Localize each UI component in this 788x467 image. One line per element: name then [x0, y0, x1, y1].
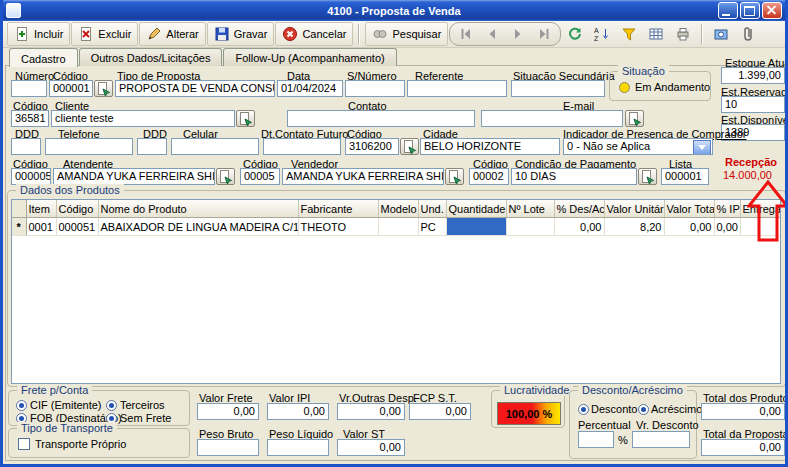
codigo-cidade-field[interactable]: 3106200 [345, 138, 399, 155]
cell-n-lote[interactable] [506, 218, 554, 236]
col-des-acr[interactable]: % Des/Acr. [554, 200, 604, 218]
cidade-field[interactable]: BELO HORIZONTE [420, 138, 560, 155]
cancelar-button[interactable]: Cancelar [275, 22, 353, 46]
col-valor-unitario[interactable]: Valor Unitário [604, 200, 664, 218]
vr-desconto-field[interactable] [632, 431, 690, 448]
col-fabricante[interactable]: Fabricante [298, 200, 378, 218]
cliente-lookup-button[interactable] [236, 110, 255, 127]
col-quantidade[interactable]: Quantidade [446, 200, 506, 218]
situacao-secundaria-field[interactable] [511, 80, 605, 97]
attachment-button[interactable] [735, 22, 761, 46]
numero-field[interactable] [11, 80, 47, 97]
dt-contato-futuro-field[interactable] [263, 138, 341, 155]
col-item[interactable]: Item [26, 200, 56, 218]
chevron-down-icon[interactable] [693, 140, 711, 155]
codigo-proposta-lookup-button[interactable] [94, 80, 113, 97]
vendedor-field[interactable]: AMANDA YUKA FERREIRA SHIBU [282, 168, 444, 185]
pesquisar-button[interactable]: Pesquisar [365, 22, 448, 46]
col-nome-produto[interactable]: Nome do Produto [98, 200, 298, 218]
gravar-button[interactable]: Gravar [207, 22, 275, 46]
transporte-proprio-checkbox[interactable] [18, 438, 30, 450]
codigo-vendedor-field[interactable]: 00005 [240, 168, 280, 185]
atendente-lookup-button[interactable] [216, 168, 235, 185]
cell-fabricante[interactable]: THEOTO [298, 218, 378, 236]
incluir-button[interactable]: Incluir [7, 22, 70, 46]
tab-follow-up[interactable]: Follow-Up (Acompanhamento) [223, 48, 396, 66]
cell-nome-produto[interactable]: ABAIXADOR DE LINGUA MADEIRA C/100 [98, 218, 298, 236]
grid-view-button[interactable] [643, 22, 669, 46]
condicao-pagamento-field[interactable]: 10 DIAS [511, 168, 637, 185]
ddd2-field[interactable] [137, 138, 167, 155]
excluir-button[interactable]: Excluir [71, 22, 138, 46]
condicao-pagamento-lookup-button[interactable] [638, 168, 657, 185]
percentual-field[interactable] [578, 431, 614, 448]
col-codigo[interactable]: Código [56, 200, 98, 218]
email-lookup-button[interactable] [625, 110, 644, 127]
print-button[interactable] [670, 22, 696, 46]
peso-liquido-field[interactable] [267, 439, 329, 456]
refresh-button[interactable] [562, 22, 588, 46]
codigo-cliente-field[interactable]: 36581 [11, 110, 49, 127]
s-numero-field[interactable] [345, 80, 405, 97]
fcp-st-field[interactable]: 0,00 [409, 403, 471, 420]
atendente-field[interactable]: AMANDA YUKA FERREIRA SHI [53, 168, 215, 185]
valor-ipi-field[interactable]: 0,00 [267, 403, 329, 420]
last-record-button[interactable] [531, 22, 557, 46]
contato-field[interactable] [287, 110, 475, 127]
cell-codigo[interactable]: 000051 [56, 218, 98, 236]
close-button[interactable] [762, 2, 782, 19]
radio-acrescimo[interactable] [638, 404, 649, 415]
col-und[interactable]: Und. [418, 200, 446, 218]
cliente-field[interactable]: cliente teste [51, 110, 235, 127]
email-field[interactable] [481, 110, 623, 127]
maximize-button[interactable] [740, 2, 760, 19]
cell-valor-unitario[interactable]: 8,20 [604, 218, 664, 236]
cell-des-acr[interactable]: 0,00 [554, 218, 604, 236]
cell-ipi[interactable]: 0,00 [714, 218, 740, 236]
radio-desconto[interactable] [578, 404, 589, 415]
peso-bruto-field[interactable] [197, 439, 259, 456]
filter-button[interactable] [616, 22, 642, 46]
photo-button[interactable] [708, 22, 734, 46]
radio-cif[interactable] [16, 400, 27, 411]
previous-record-button[interactable] [479, 22, 505, 46]
data-field[interactable]: 01/04/2024 [277, 80, 343, 97]
cell-und[interactable]: PC [418, 218, 446, 236]
indicador-presenca-dropdown[interactable]: 0 - Não se Aplica [563, 138, 713, 155]
codigo-condicao-field[interactable]: 00002 [469, 168, 509, 185]
cell-modelo[interactable] [378, 218, 418, 236]
col-valor-total[interactable]: Valor Total [664, 200, 714, 218]
vendedor-lookup-button[interactable] [445, 168, 464, 185]
next-record-button[interactable] [505, 22, 531, 46]
minimize-button[interactable] [718, 2, 738, 19]
telefone-field[interactable] [45, 138, 133, 155]
cell-item[interactable]: 0001 [26, 218, 56, 236]
tab-outros-dados[interactable]: Outros Dados/Licitações [79, 48, 223, 66]
col-ipi[interactable]: % IPI [714, 200, 740, 218]
codigo-proposta-field[interactable]: 000001 [49, 80, 93, 97]
col-n-lote[interactable]: Nº Lote [506, 200, 554, 218]
last-record-icon [536, 26, 552, 42]
desconto-groupbox: Desconto/Acréscimo Desconto Acréscimo Pe… [569, 390, 697, 459]
valor-st-field[interactable]: 0,00 [337, 439, 405, 456]
edit-pencil-icon [146, 26, 162, 42]
lookup-icon [238, 111, 253, 126]
lista-field[interactable]: 000001 [661, 168, 709, 185]
tab-cadastro[interactable]: Cadastro [9, 48, 78, 67]
cidade-lookup-button[interactable] [400, 138, 419, 155]
ddd1-field[interactable] [11, 138, 41, 155]
col-modelo[interactable]: Modelo [378, 200, 418, 218]
tipo-proposta-field[interactable]: PROPOSTA DE VENDA CONSUMIDO [115, 80, 275, 97]
referente-field[interactable] [407, 80, 507, 97]
cell-valor-total[interactable]: 0,00 [664, 218, 714, 236]
radio-terceiros[interactable] [106, 400, 117, 411]
codigo-atendente-field[interactable]: 000005 [11, 168, 51, 185]
sort-button[interactable] [589, 22, 615, 46]
celular-field[interactable] [171, 138, 259, 155]
valor-frete-field[interactable]: 0,00 [197, 403, 259, 420]
save-disk-icon [214, 26, 230, 42]
vr-outras-desp-field[interactable]: 0,00 [337, 403, 405, 420]
alterar-button[interactable]: Alterar [139, 22, 205, 46]
first-record-button[interactable] [453, 22, 479, 46]
cell-quantidade-selected[interactable] [446, 218, 506, 236]
